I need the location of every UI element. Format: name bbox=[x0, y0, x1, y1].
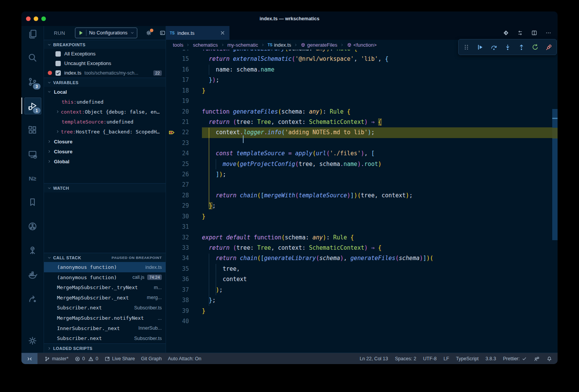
activity-item-search[interactable] bbox=[21, 46, 44, 70]
loaded-scripts-section-header[interactable]: LOADED SCRIPTS bbox=[44, 343, 166, 353]
code-line-30[interactable]: 30} bbox=[166, 211, 552, 222]
line-number[interactable]: 37 bbox=[166, 285, 189, 295]
line-number[interactable]: 33 bbox=[166, 243, 189, 253]
code-line-40[interactable]: 40 bbox=[166, 316, 552, 327]
line-number[interactable]: 24 bbox=[166, 148, 189, 159]
code-line-20[interactable]: 20function generateFiles(schema: any): R… bbox=[166, 107, 552, 117]
tab-index-ts[interactable]: TS index.ts bbox=[166, 26, 229, 40]
variable-row[interactable]: tree: HostTree {_backend: ScopedH… bbox=[44, 127, 166, 137]
variable-row[interactable]: templateSource: undefined bbox=[44, 117, 166, 127]
line-number[interactable]: 21 bbox=[166, 117, 189, 127]
line-number[interactable]: 30 bbox=[166, 211, 189, 222]
variable-row[interactable]: this: undefined bbox=[44, 97, 166, 107]
callstack-frame[interactable]: MergeMapSubscriber.notifyNext... bbox=[44, 313, 166, 323]
code-line-15[interactable]: 15 return externalSchematic('@nrwl/works… bbox=[166, 54, 552, 64]
code-line-34[interactable]: 34 return chain([generateLibrary(schema)… bbox=[166, 253, 552, 264]
breadcrumb-item[interactable]: schematics bbox=[193, 42, 218, 48]
line-number[interactable]: 26 bbox=[166, 169, 189, 180]
line-number[interactable]: 34 bbox=[166, 253, 189, 264]
line-number[interactable]: 15 bbox=[166, 54, 189, 64]
code-line-16[interactable]: 16 name: schema.name bbox=[166, 65, 552, 75]
call-stack-section-header[interactable]: CALL STACK PAUSED ON BREAKPOINT bbox=[44, 253, 166, 262]
line-number[interactable]: 36 bbox=[166, 274, 189, 285]
activity-item-git-graph[interactable] bbox=[21, 214, 44, 238]
breakpoint-row[interactable]: Uncaught Exceptions bbox=[44, 59, 166, 68]
minimize-window-button[interactable] bbox=[34, 16, 38, 21]
breakpoints-section-header[interactable]: BREAKPOINTS bbox=[44, 40, 166, 49]
line-number[interactable]: 16 bbox=[166, 65, 189, 75]
drag-handle[interactable] bbox=[460, 41, 473, 54]
line-number[interactable]: 27 bbox=[166, 180, 189, 190]
line-number[interactable]: 18 bbox=[166, 86, 189, 96]
debug-console-button[interactable] bbox=[159, 30, 166, 36]
activity-item-live-share[interactable] bbox=[21, 286, 44, 311]
step-into-button[interactable] bbox=[501, 41, 514, 54]
checkbox[interactable] bbox=[55, 61, 61, 66]
code-line-39[interactable]: 39} bbox=[166, 306, 552, 316]
variable-row[interactable]: context: Object {debug: false, en… bbox=[44, 107, 166, 117]
activity-item-bookmarks[interactable] bbox=[21, 190, 44, 214]
activity-item-explorer[interactable] bbox=[21, 21, 44, 46]
split-editor-icon[interactable] bbox=[531, 30, 537, 36]
status-encoding[interactable]: UTF-8 bbox=[423, 356, 436, 361]
breadcrumb-item[interactable]: my-schematic bbox=[228, 42, 258, 48]
line-number[interactable]: 39 bbox=[166, 306, 189, 316]
variables-section-header[interactable]: VARIABLES bbox=[44, 78, 166, 87]
callstack-frame[interactable]: Subscriber.nextSubscriber.ts bbox=[44, 333, 166, 343]
line-number[interactable]: 20 bbox=[166, 107, 189, 117]
more-actions-icon[interactable] bbox=[545, 30, 551, 36]
activity-item-nx-console[interactable]: N≥ bbox=[21, 166, 44, 190]
callstack-frame[interactable]: InnerSubscriber._nextInnerSub... bbox=[44, 323, 166, 333]
line-number[interactable]: 35 bbox=[166, 264, 189, 274]
code-line-37[interactable]: 37 ); bbox=[166, 285, 552, 295]
code-line-19[interactable]: 19 bbox=[166, 96, 552, 106]
disconnect-button[interactable] bbox=[543, 41, 555, 54]
configure-launch-button[interactable] bbox=[146, 30, 152, 36]
line-number[interactable]: 32 bbox=[166, 233, 189, 243]
debug-config-dropdown[interactable]: No Configurations bbox=[75, 28, 137, 38]
status-live-share-status[interactable]: Live Share bbox=[104, 356, 135, 362]
restart-button[interactable] bbox=[529, 41, 542, 54]
line-number[interactable]: 19 bbox=[166, 96, 189, 106]
maximize-window-button[interactable] bbox=[41, 16, 46, 21]
callstack-frame[interactable]: MergeMapSubscriber._tryNextm... bbox=[44, 282, 166, 293]
breadcrumb-item[interactable]: <function> bbox=[347, 42, 377, 48]
line-number[interactable]: 40 bbox=[166, 316, 189, 327]
checkbox[interactable] bbox=[55, 70, 61, 76]
breadcrumb-item[interactable]: generateFiles bbox=[301, 42, 337, 48]
compare-changes-icon[interactable] bbox=[517, 30, 523, 36]
code-line-29[interactable]: 29 }; bbox=[166, 201, 552, 211]
line-number[interactable]: 25 bbox=[166, 159, 189, 169]
code-line-31[interactable]: 31 bbox=[166, 222, 552, 232]
code-line-26[interactable]: 26 ]); bbox=[166, 169, 552, 180]
code-line-32[interactable]: 32export default function(schema: any): … bbox=[166, 233, 552, 243]
code-line-35[interactable]: 35 tree, bbox=[166, 264, 552, 274]
status-indentation[interactable]: Spaces: 2 bbox=[395, 356, 416, 361]
line-number[interactable]: 17 bbox=[166, 75, 189, 85]
line-number[interactable]: 14 bbox=[166, 50, 189, 54]
status-notifications[interactable] bbox=[546, 356, 552, 362]
variable-scope-closure[interactable]: Closure bbox=[44, 137, 166, 146]
status-prettier[interactable]: Prettier: bbox=[503, 356, 527, 361]
line-number[interactable]: 23 bbox=[166, 138, 189, 148]
step-out-button[interactable] bbox=[515, 41, 528, 54]
status-errors[interactable]: 0 bbox=[75, 356, 85, 362]
activity-item-run-and-debug[interactable]: 1 bbox=[21, 94, 44, 118]
callstack-frame[interactable]: (anonymous function)index.ts bbox=[44, 262, 166, 272]
code-line-27[interactable]: 27 bbox=[166, 180, 552, 190]
callstack-frame[interactable]: Subscriber.nextSubscriber.ts bbox=[44, 303, 166, 313]
code-line-33[interactable]: 33 return (tree: Tree, context: Schemati… bbox=[166, 243, 552, 253]
activity-item-extensions[interactable] bbox=[21, 118, 44, 142]
activity-item-settings[interactable] bbox=[21, 329, 44, 353]
line-number[interactable]: 38 bbox=[166, 295, 189, 306]
activity-item-testing[interactable] bbox=[21, 238, 44, 262]
open-changes-icon[interactable] bbox=[503, 30, 509, 36]
variable-scope-closure[interactable]: Closure bbox=[44, 146, 166, 156]
breadcrumb-item[interactable]: tools bbox=[173, 42, 183, 48]
code-line-23[interactable]: 23 bbox=[166, 138, 552, 148]
continue-button[interactable] bbox=[474, 41, 486, 54]
status-git-graph-status[interactable]: Git Graph bbox=[141, 356, 162, 361]
status-language-mode[interactable]: TypeScript bbox=[456, 356, 478, 361]
activity-item-docker[interactable] bbox=[21, 262, 44, 286]
breakpoint-row[interactable]: All Exceptions bbox=[44, 49, 166, 59]
